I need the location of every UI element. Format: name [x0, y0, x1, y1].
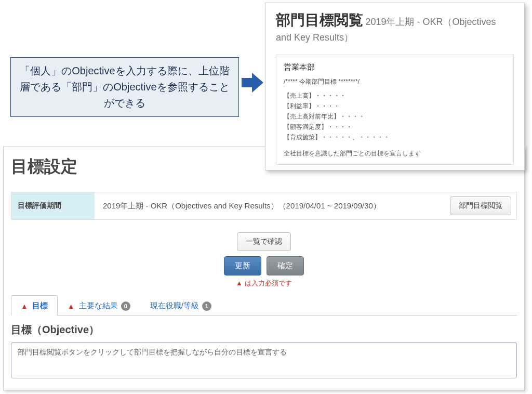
tab-position-label: 現在役職/等級	[150, 301, 199, 311]
dept-objective-popup: 部門目標閲覧 2019年上期 - OKR（Objectives and Key …	[265, 3, 525, 170]
popup-line: 【顧客満足度】・・・・	[284, 123, 506, 132]
popup-line: 【育成施策】・・・・・、・・・・・	[284, 133, 506, 142]
popup-line: 【利益率】・・・・	[284, 102, 506, 111]
list-confirm-button[interactable]: 一覧で確認	[237, 232, 291, 251]
svg-marker-0	[242, 73, 263, 93]
period-label: 目標評価期間	[11, 192, 95, 219]
warning-icon: ▲	[21, 302, 28, 310]
position-badge: 1	[202, 301, 211, 311]
update-button[interactable]: 更新	[224, 256, 261, 275]
confirm-button[interactable]: 確定	[267, 256, 304, 275]
objective-textarea[interactable]	[11, 342, 517, 378]
tab-objective[interactable]: ▲ 目標	[11, 295, 58, 316]
required-note-text: は入力必須です	[245, 279, 292, 287]
arrow-right-icon	[242, 72, 263, 94]
popup-title: 部門目標閲覧	[276, 12, 363, 28]
warning-icon: ▲	[236, 279, 243, 287]
warning-icon: ▲	[68, 302, 75, 310]
evaluation-period-row: 目標評価期間 2019年上期 - OKR（Objectives and Key …	[11, 192, 517, 220]
tab-key-results-label: 主要な結果	[79, 301, 118, 311]
popup-footer: 全社目標を意識した部門ごとの目標を宣言します	[284, 149, 506, 158]
tab-position[interactable]: 現在役職/等級 1	[140, 295, 221, 315]
popup-body: 営業本部 /***** 今期部門目標 ********/ 【売上高】・・・・・ …	[276, 55, 514, 165]
objective-section-title: 目標（Objective）	[11, 323, 517, 337]
popup-line: 【売上高対前年比】・・・・	[284, 112, 506, 121]
tab-key-results[interactable]: ▲ 主要な結果 0	[58, 295, 140, 315]
popup-department: 営業本部	[284, 62, 506, 72]
popup-line: 【売上高】・・・・・	[284, 91, 506, 100]
main-panel: 目標設定 目標評価期間 2019年上期 - OKR（Objectives and…	[3, 147, 525, 390]
popup-separator: /***** 今期部門目標 ********/	[284, 77, 506, 86]
callout-note: 「個人」のObjectiveを入力する際に、上位階層である「部門」のObject…	[10, 57, 239, 117]
key-results-badge: 0	[121, 301, 130, 311]
tab-objective-label: 目標	[32, 301, 48, 311]
view-dept-objective-button[interactable]: 部門目標閲覧	[450, 196, 511, 215]
period-value: 2019年上期 - OKR（Objectives and Key Results…	[95, 201, 450, 211]
tab-bar: ▲ 目標 ▲ 主要な結果 0 現在役職/等級 1	[11, 295, 517, 316]
required-note: ▲は入力必須です	[11, 279, 517, 288]
